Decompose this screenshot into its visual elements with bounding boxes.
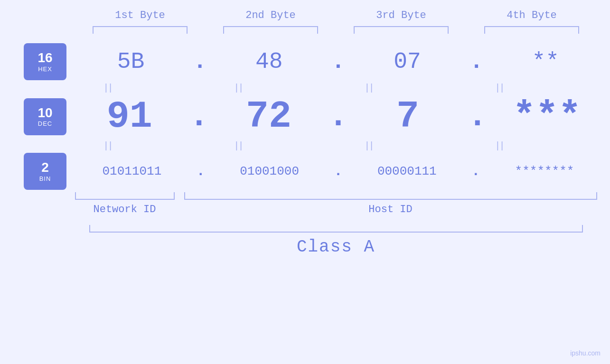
eq2-col3: || [323, 140, 418, 151]
bin-row: 2 BIN 01011011 . 01001000 . 00000111 . *… [0, 153, 610, 190]
bin-dot1: . [197, 163, 205, 179]
bin-byte3: 00000111 [359, 164, 454, 178]
bracket-bottom-host [184, 192, 597, 200]
hex-row: 16 HEX 5B . 48 . 07 . ** [0, 43, 610, 80]
eq1-col4: || [453, 82, 548, 93]
dec-dot1: . [189, 98, 209, 135]
bin-values: 01011011 . 01001000 . 00000111 . *******… [66, 163, 610, 179]
byte2-header: 2nd Byte [223, 9, 318, 21]
bin-base-number: 2 [41, 160, 49, 175]
bracket-bottom-network [75, 192, 175, 200]
equals-row-2: || || || || [44, 140, 566, 151]
class-section: Class A [89, 225, 583, 257]
hex-base-number: 16 [38, 51, 52, 65]
dec-dot3: . [468, 98, 488, 135]
hex-dot2: . [331, 49, 345, 75]
byte1-header: 1st Byte [93, 9, 188, 21]
bracket-top-1 [93, 26, 188, 34]
dec-row: 10 DEC 91 . 72 . 7 . *** [0, 95, 610, 138]
dec-values: 91 . 72 . 7 . *** [66, 95, 610, 138]
bracket-top-3 [354, 26, 449, 34]
bottom-brackets [75, 192, 597, 200]
bin-dot3: . [471, 163, 480, 179]
bin-dot2: . [334, 163, 342, 179]
network-id-label: Network ID [75, 204, 175, 215]
eq2-col1: || [62, 140, 157, 151]
hex-base-label: HEX [38, 65, 52, 73]
hex-byte1: 5B [84, 49, 178, 75]
hex-values: 5B . 48 . 07 . ** [66, 49, 610, 75]
hex-byte2: 48 [222, 49, 317, 75]
byte4-header: 4th Byte [484, 9, 579, 21]
byte3-header: 3rd Byte [354, 9, 449, 21]
bottom-labels: Network ID Host ID [75, 204, 597, 215]
byte-headers: 1st Byte 2nd Byte 3rd Byte 4th Byte [75, 9, 597, 21]
eq2-col4: || [453, 140, 548, 151]
bin-byte2: 01001000 [222, 164, 317, 178]
bin-byte1: 01011011 [84, 164, 179, 178]
bottom-section: Network ID Host ID [75, 192, 597, 215]
bin-badge: 2 BIN [24, 153, 66, 190]
dec-byte2: 72 [221, 95, 316, 138]
bracket-top-2 [223, 26, 318, 34]
top-brackets [75, 26, 597, 34]
eq1-col3: || [323, 82, 418, 93]
main-container: 1st Byte 2nd Byte 3rd Byte 4th Byte 16 H… [0, 0, 610, 364]
dec-dot2: . [328, 98, 348, 135]
dec-base-number: 10 [38, 106, 52, 121]
hex-dot1: . [193, 49, 207, 75]
class-bracket [89, 225, 583, 233]
dec-byte3: 7 [360, 95, 455, 138]
eq1-col2: || [192, 82, 287, 93]
bracket-top-4 [484, 26, 579, 34]
class-label: Class A [297, 237, 375, 257]
hex-byte3: 07 [360, 49, 455, 75]
watermark: ipshu.com [570, 349, 601, 357]
dec-byte4: *** [499, 95, 594, 138]
bin-base-label: BIN [39, 175, 51, 182]
hex-dot3: . [469, 49, 483, 75]
dec-byte1: 91 [82, 95, 177, 138]
bin-byte4: ******** [497, 164, 592, 178]
dec-badge: 10 DEC [24, 98, 66, 135]
hex-byte4: ** [498, 49, 593, 75]
dec-base-label: DEC [38, 120, 52, 127]
equals-row-1: || || || || [44, 82, 566, 93]
host-id-label: Host ID [184, 204, 597, 215]
eq1-col1: || [62, 82, 157, 93]
hex-badge: 16 HEX [24, 43, 66, 80]
eq2-col2: || [192, 140, 287, 151]
